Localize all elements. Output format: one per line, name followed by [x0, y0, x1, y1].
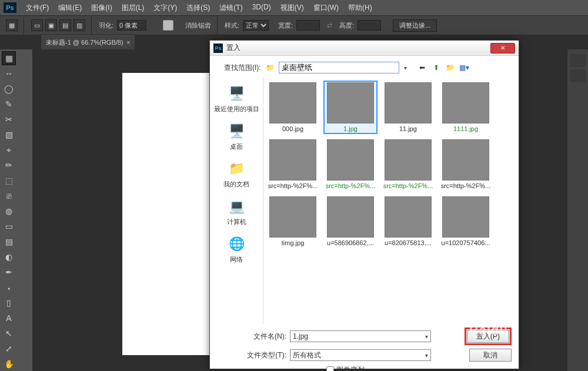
place-button[interactable]: 置入(P): [467, 330, 509, 343]
menu-item[interactable]: 文件(F): [21, 3, 54, 13]
menu-item[interactable]: 视图(V): [276, 3, 309, 13]
tool-button[interactable]: ▯: [2, 296, 16, 310]
tool-button[interactable]: ◯: [2, 82, 16, 96]
feather-input[interactable]: [117, 20, 146, 31]
tool-button[interactable]: ◍: [2, 204, 16, 218]
up-icon[interactable]: ⬆: [430, 62, 442, 73]
file-item[interactable]: timg.jpg: [266, 195, 320, 248]
tool-button[interactable]: ↔: [2, 66, 16, 81]
place-item[interactable]: 💻计算机: [210, 197, 263, 226]
tool-button[interactable]: ✋: [2, 357, 16, 371]
place-label: 我的文档: [210, 180, 263, 189]
file-list[interactable]: 000.jpg1.jpg11.jpg1111.jpgsrc=http-%2F%.…: [263, 77, 519, 324]
filename-label: 文件名(N):: [245, 332, 286, 342]
menu-item[interactable]: 编辑(E): [54, 3, 86, 13]
look-in-row: 查找范围(I): 📁 ▾ ⬅ ⬆ 📁 ▦▾: [210, 56, 519, 77]
menu-item[interactable]: 滤镜(T): [215, 3, 247, 13]
menu-item[interactable]: 图层(L): [117, 3, 149, 13]
chevron-down-icon[interactable]: ▾: [404, 65, 407, 71]
view-menu-icon[interactable]: ▦▾: [459, 62, 470, 73]
file-name: u=1020757406...: [440, 239, 491, 246]
tool-button[interactable]: ▭: [2, 219, 16, 233]
refine-edge-button[interactable]: 调整边缘...: [393, 19, 437, 32]
intersect-selection-icon[interactable]: ▥: [74, 19, 85, 31]
tool-button[interactable]: ⬚: [2, 173, 16, 188]
dialog-titlebar: Ps 置入 ✕: [210, 41, 519, 56]
file-thumbnail: [269, 139, 316, 181]
menu-item[interactable]: 帮助(H): [343, 3, 377, 13]
style-select[interactable]: 正常: [243, 20, 269, 31]
file-name: src=http-%2F%...: [325, 182, 376, 189]
tool-button[interactable]: ⌖: [2, 143, 16, 157]
subtract-selection-icon[interactable]: ▤: [59, 19, 71, 31]
back-icon[interactable]: ⬅: [416, 62, 428, 73]
tool-button[interactable]: ✏: [2, 158, 16, 172]
menu-item[interactable]: 图像(I): [86, 3, 116, 13]
menu-item[interactable]: 文字(Y): [149, 3, 182, 13]
height-input: [358, 20, 381, 31]
tool-button[interactable]: ⤢: [2, 342, 16, 356]
file-name: 1.jpg: [325, 125, 376, 132]
file-item[interactable]: u=820675813,...: [381, 195, 435, 248]
file-name: timg.jpg: [268, 239, 318, 246]
panel-button[interactable]: [570, 54, 586, 67]
tool-button[interactable]: ▧: [2, 128, 16, 142]
place-item[interactable]: 🌐网络: [210, 235, 263, 264]
file-item[interactable]: u=586906862,...: [323, 195, 377, 248]
tool-button[interactable]: ✒: [2, 265, 16, 279]
menu-item[interactable]: 3D(D): [248, 3, 276, 13]
file-name: 1111.jpg: [440, 125, 491, 132]
file-item[interactable]: src=http-%2F%...: [323, 138, 377, 191]
image-sequence-checkbox[interactable]: [326, 366, 334, 371]
new-folder-icon[interactable]: 📁: [445, 62, 456, 73]
place-item[interactable]: 🖥️桌面: [210, 122, 263, 151]
place-label: 网络: [210, 255, 263, 264]
file-item[interactable]: src=http-%2F%...: [381, 138, 435, 191]
panel-button[interactable]: [570, 69, 586, 82]
app-logo: Ps: [4, 2, 16, 13]
style-label: 样式:: [225, 21, 239, 30]
filetype-combo[interactable]: 所有格式: [290, 349, 431, 361]
place-item[interactable]: 📁我的文档: [210, 159, 263, 189]
file-thumbnail: [385, 139, 432, 181]
file-item[interactable]: 1111.jpg: [439, 81, 493, 134]
place-label: 最近使用的项目: [210, 105, 263, 113]
file-name: src=http-%2F%...: [383, 182, 433, 189]
antialias-label: 消除锯齿: [185, 21, 211, 30]
tool-button[interactable]: ✂: [2, 112, 16, 126]
place-item[interactable]: 🖥️最近使用的项目: [210, 84, 263, 113]
filename-combo[interactable]: 1.jpg: [290, 330, 431, 342]
tool-button[interactable]: ✎: [2, 97, 16, 111]
file-item[interactable]: 1.jpg: [323, 81, 377, 134]
look-in-combo[interactable]: [279, 62, 399, 73]
tool-button[interactable]: ◐: [2, 250, 16, 264]
tool-preset-icon[interactable]: ▦: [6, 19, 18, 31]
tool-button[interactable]: ▦: [2, 51, 16, 65]
dialog-app-icon: Ps: [213, 44, 223, 53]
places-sidebar: 🖥️最近使用的项目🖥️桌面📁我的文档💻计算机🌐网络: [210, 77, 263, 324]
document-tab[interactable]: 未标题-1 @ 66.7%(RGB/8) ×: [41, 35, 135, 49]
file-item[interactable]: src=http-%2F%...: [266, 138, 320, 191]
file-item[interactable]: 000.jpg: [266, 81, 320, 134]
file-item[interactable]: u=1020757406...: [439, 195, 493, 248]
tool-button[interactable]: ⬩: [2, 280, 16, 295]
add-selection-icon[interactable]: ▣: [45, 19, 57, 31]
close-icon[interactable]: ×: [127, 39, 131, 46]
menu-item[interactable]: 选择(S): [182, 3, 215, 13]
file-thumbnail: [385, 82, 432, 123]
image-sequence-label: 图像序列: [336, 365, 365, 371]
file-item[interactable]: src=http-%2F%...: [439, 138, 493, 191]
tool-button[interactable]: ⎚: [2, 189, 16, 203]
file-thumbnail: [327, 82, 374, 123]
tool-button[interactable]: ▤: [2, 235, 16, 249]
place-label: 计算机: [210, 218, 263, 226]
file-item[interactable]: 11.jpg: [381, 81, 435, 134]
tool-button[interactable]: A: [2, 311, 16, 325]
place-icon: 🖥️: [226, 122, 247, 141]
tool-button[interactable]: ↖: [2, 326, 16, 340]
dialog-close-button[interactable]: ✕: [490, 43, 515, 54]
menu-item[interactable]: 窗口(W): [309, 3, 343, 13]
cancel-button[interactable]: 取消: [469, 349, 512, 362]
canvas[interactable]: [122, 73, 209, 355]
new-selection-icon[interactable]: ▭: [31, 19, 43, 31]
